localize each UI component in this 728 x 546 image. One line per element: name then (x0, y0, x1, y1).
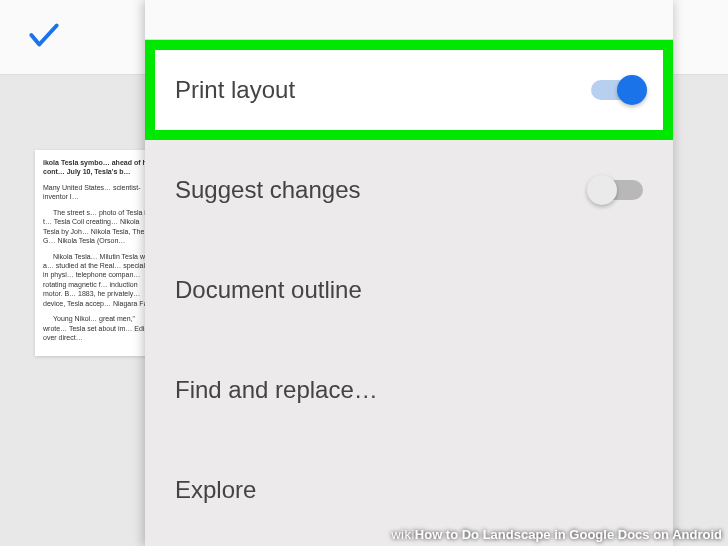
menu-item-label: Explore (175, 476, 256, 504)
doc-paragraph: Nikola Tesla… Milutin Tesla was a… studi… (43, 252, 157, 309)
doc-paragraph: Young Nikol… great men," wrote… Tesla se… (43, 314, 157, 342)
menu-item-suggest-changes[interactable]: Suggest changes (145, 140, 673, 240)
overflow-menu-panel: Print layout Suggest changes Document ou… (145, 0, 673, 546)
doc-paragraph: The street s… photo of Tesla in t… Tesla… (43, 208, 157, 246)
menu-item-find-replace[interactable]: Find and replace… (145, 340, 673, 440)
panel-header (145, 0, 673, 40)
menu-item-explore[interactable]: Explore (145, 440, 673, 540)
toggle-knob (587, 175, 617, 205)
accept-checkmark-icon[interactable] (25, 16, 63, 58)
wikihow-watermark: wikiHow to Do Landscape in Google Docs o… (391, 527, 722, 542)
menu-item-label: Find and replace… (175, 376, 378, 404)
print-layout-toggle[interactable] (591, 80, 643, 100)
menu-item-document-outline[interactable]: Document outline (145, 240, 673, 340)
doc-paragraph: Many United States… scientist-inventor I… (43, 183, 157, 202)
menu-item-label: Document outline (175, 276, 362, 304)
menu-item-print-layout[interactable]: Print layout (145, 40, 673, 140)
watermark-text: How to Do Landscape in Google Docs on An… (415, 527, 722, 542)
menu-item-label: Print layout (175, 76, 295, 104)
doc-paragraph: ikola Tesla symbo… ahead of his cont… Ju… (43, 158, 157, 177)
suggest-changes-toggle[interactable] (591, 180, 643, 200)
watermark-prefix: wiki (391, 527, 415, 542)
toggle-knob (617, 75, 647, 105)
menu-item-label: Suggest changes (175, 176, 360, 204)
